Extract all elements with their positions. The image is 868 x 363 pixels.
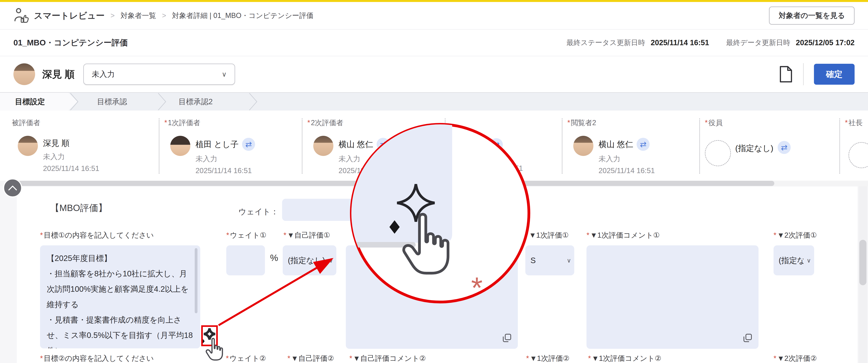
evaluator-card-second: *2次評価者 横山 悠仁 ⇄ 未入力 2025/11/14 16:51 — [307, 111, 444, 181]
required-mark: * — [567, 119, 570, 127]
self-eval1-value: (指定なし) — [288, 255, 325, 266]
breadcrumb-subject-list[interactable]: 対象者一覧 — [121, 11, 156, 21]
section-title: 【MBO評価】 — [50, 202, 107, 214]
card-divider — [445, 118, 445, 174]
self-comment2-label: ▼自己評価コメント② — [353, 354, 426, 362]
self-eval1-label: ▼自己評価① — [287, 231, 330, 239]
self-comment1-textarea[interactable] — [346, 245, 518, 349]
swap-evaluator-icon[interactable]: ⇄ — [377, 138, 390, 151]
smart-review-screen: スマートレビュー > 対象者一覧 > 対象者詳細 | 01_MBO・コンピテンシ… — [0, 0, 868, 363]
card-divider — [839, 118, 840, 174]
horizontal-scrollbar-thumb[interactable] — [5, 181, 774, 186]
avatar-placeholder — [848, 142, 868, 168]
tab-separator-icon — [70, 93, 79, 111]
view-subject-list-button[interactable]: 対象者の一覧を見る — [769, 6, 855, 25]
step-tabs: 目標設定 目標承認 目標承認2 — [0, 93, 868, 111]
tab-separator-icon — [249, 93, 258, 111]
tab-goal-approval2[interactable]: 目標承認2 — [179, 93, 213, 111]
goal1-textarea[interactable]: 【2025年度目標】 ・担当顧客を8社から10社に拡大し、月次訪問100%実施と… — [40, 245, 200, 349]
second-eval1-value: (指定なし) — [779, 255, 804, 266]
collapse-panel-button[interactable] — [3, 178, 22, 198]
required-mark: * — [226, 231, 229, 239]
self-eval1-select[interactable]: (指定なし) ∨ — [283, 245, 336, 275]
second-eval2-label: ▼2次評価② — [777, 354, 817, 362]
weight2-label: ウェイト② — [229, 354, 266, 362]
evaluator-status: 未入力 — [339, 154, 395, 164]
evaluation-form-panel: 【MBO評価】 ウェイト： *目標①の内容を記入してください *ウェイト① *▼… — [17, 186, 858, 363]
tab-goal-approval[interactable]: 目標承認 — [97, 93, 127, 111]
evaluator-updated: 2025/11/14 16:51 — [339, 167, 395, 175]
required-mark: * — [287, 354, 290, 362]
subject-bar: 深見 順 未入力 ∨ 確定 — [0, 56, 868, 93]
subject-status-select[interactable]: 未入力 ∨ — [83, 64, 235, 85]
second-eval1-select[interactable]: (指定なし) ∨ — [774, 245, 814, 275]
update-times: 最終ステータス更新日時 2025/11/14 16:51 最終データ更新日時 2… — [566, 38, 855, 48]
avatar — [18, 136, 38, 156]
first-comment1-textarea[interactable] — [587, 245, 758, 349]
required-mark: * — [705, 119, 708, 127]
first-eval2-label: ▼1次評価② — [530, 354, 569, 362]
page-title: 01_MBO・コンピテンシー評価 — [13, 37, 128, 48]
vertical-scrollbar-thumb[interactable] — [859, 240, 866, 285]
evaluator-name: 横山 悠仁 — [598, 139, 633, 150]
expand-textarea-icon[interactable] — [742, 333, 753, 343]
card-divider — [159, 118, 159, 174]
evaluator-name: 深見 順 — [43, 138, 69, 149]
weight1-input[interactable] — [226, 245, 265, 275]
tab-goal-setting[interactable]: 目標設定 — [15, 93, 45, 111]
evaluator-updated: 2025/11/14 16:51 — [598, 167, 655, 175]
avatar — [313, 136, 333, 156]
swap-evaluator-icon[interactable]: ⇄ — [778, 141, 791, 154]
first-comment2-label: ▼1次評価コメント② — [592, 354, 661, 362]
required-mark: * — [283, 231, 286, 239]
required-mark: * — [588, 354, 591, 362]
evaluator-card-viewer2: *閲覧者2 横山 悠仁 ⇄ 未入力 2025/11/14 16:51 — [567, 111, 699, 181]
role-label: 社長 — [848, 119, 863, 127]
required-mark: * — [40, 231, 43, 239]
card-divider — [699, 118, 700, 174]
evaluator-card-subject: 被評価者 深見 順 未入力 2025/11/14 16:51 — [12, 111, 158, 181]
required-mark: * — [349, 354, 352, 362]
textarea-scrollbar-thumb[interactable] — [195, 248, 197, 313]
expand-textarea-icon[interactable] — [502, 333, 512, 343]
swap-evaluator-icon[interactable]: ⇄ — [490, 138, 503, 151]
avatar — [573, 136, 593, 156]
confirm-button[interactable]: 確定 — [814, 64, 855, 85]
avatar — [170, 136, 190, 156]
role-label: 閲覧者2 — [571, 119, 596, 127]
subject-name: 深見 順 — [42, 68, 74, 81]
second-eval1-label: ▼2次評価① — [777, 231, 817, 239]
status-updated-value: 2025/11/14 16:51 — [651, 38, 709, 47]
divider — [803, 63, 804, 85]
data-updated-value: 2025/12/05 17:02 — [796, 38, 855, 47]
evaluator-cards-row: 被評価者 深見 順 未入力 2025/11/14 16:51 *1次評価者 植田… — [0, 111, 868, 181]
swap-evaluator-icon[interactable]: ⇄ — [637, 138, 650, 151]
weight-total-input[interactable] — [282, 199, 375, 221]
document-icon[interactable] — [779, 66, 793, 83]
evaluator-card-executive: *役員 (指定なし) ⇄ — [705, 111, 839, 181]
role-label: 2次評価者 — [311, 119, 343, 127]
card-divider — [562, 118, 562, 174]
evaluator-name: 横山 悠仁 — [339, 139, 373, 150]
required-mark: * — [525, 231, 528, 239]
evaluator-name: (指定なし) — [735, 143, 773, 154]
chevron-down-icon: ∨ — [222, 70, 227, 78]
breadcrumb-separator: > — [111, 11, 115, 20]
subject-avatar — [13, 63, 35, 85]
weight-total-label: ウェイト： — [238, 206, 279, 217]
required-mark: * — [845, 119, 848, 127]
first-comment1-label: ▼1次評価コメント① — [590, 231, 660, 239]
evaluator-name: 植田 とし子 — [195, 139, 239, 150]
main-content: 【MBO評価】 ウェイト： *目標①の内容を記入してください *ウェイト① *▼… — [0, 186, 868, 363]
app-name: スマートレビュー — [34, 10, 104, 22]
swap-evaluator-icon[interactable]: ⇄ — [242, 138, 255, 151]
required-mark: * — [307, 119, 310, 127]
avatar-placeholder — [705, 140, 731, 166]
subject-status-value: 未入力 — [92, 69, 115, 80]
evaluator-card-president: *社長 — [845, 111, 868, 181]
breadcrumb-bar: スマートレビュー > 対象者一覧 > 対象者詳細 | 01_MBO・コンピテンシ… — [0, 2, 868, 30]
evaluator-updated: 16:51 — [505, 164, 523, 173]
first-eval1-select[interactable]: S ∨ — [525, 245, 574, 275]
evaluator-card-viewer1: ⇄ 16:51 — [451, 111, 562, 181]
required-mark: * — [587, 231, 589, 239]
